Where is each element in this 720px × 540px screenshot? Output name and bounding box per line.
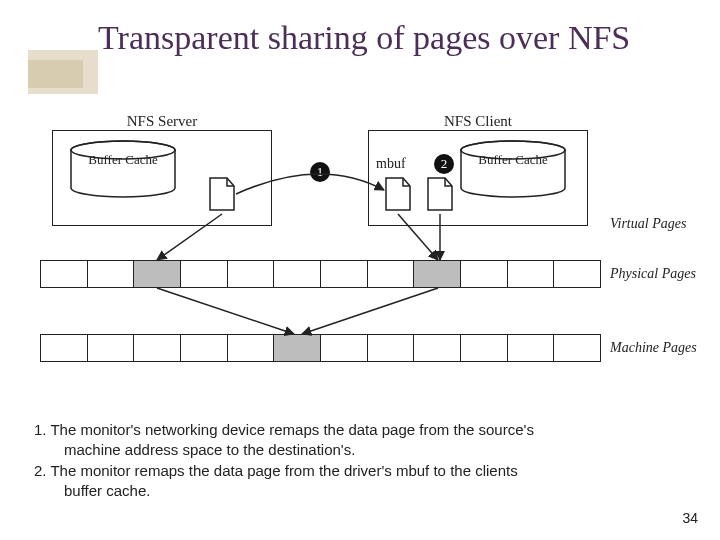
step-badge-2: 2 [434,154,454,174]
caption-line: 1. The monitor's networking device remap… [34,420,674,440]
physical-pages-row [40,260,601,288]
virtual-pages-label: Virtual Pages [610,216,686,232]
client-cache-label: Buffer Cache [458,152,568,168]
server-label: NFS Server [53,113,271,130]
machine-pages-label: Machine Pages [610,340,697,356]
caption-line: machine address space to the destination… [34,440,674,460]
page-icon [426,176,454,212]
caption-line: 2. The monitor remaps the data page from… [34,461,674,481]
step-badge-1: 1 [310,162,330,182]
client-buffer-cache: Buffer Cache [458,140,568,198]
physical-pages-label: Physical Pages [610,266,696,282]
caption: 1. The monitor's networking device remap… [34,420,674,501]
page-title: Transparent sharing of pages over NFS [98,18,658,57]
page-icon [384,176,412,212]
client-label: NFS Client [369,113,587,130]
server-cache-label: Buffer Cache [68,152,178,168]
page-number: 34 [682,510,698,526]
machine-pages-row [40,334,601,362]
diagram: NFS Server NFS Client Buffer Cache Buffe… [40,118,680,378]
mbuf-label: mbuf [376,156,406,172]
caption-line: buffer cache. [34,481,674,501]
server-buffer-cache: Buffer Cache [68,140,178,198]
page-icon [208,176,236,212]
